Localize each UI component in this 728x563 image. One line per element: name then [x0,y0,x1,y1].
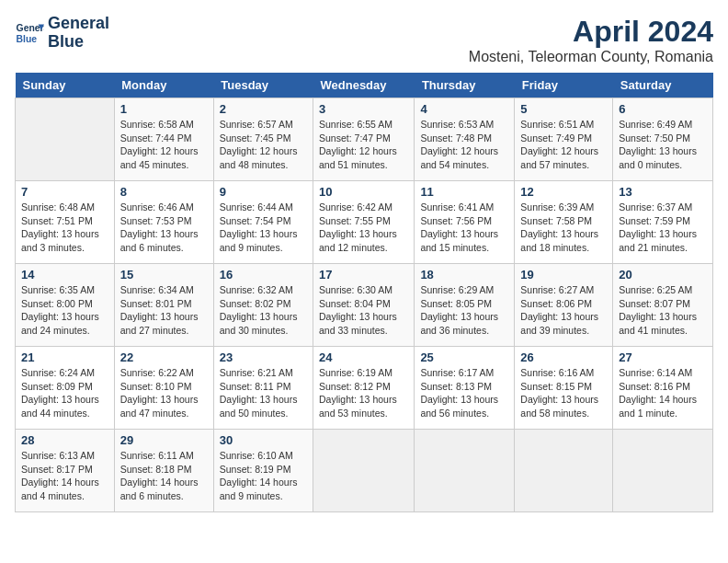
title-block: April 2024 Mosteni, Teleorman County, Ro… [469,15,713,65]
week-row-3: 14Sunrise: 6:35 AM Sunset: 8:00 PM Dayli… [16,264,713,347]
day-number: 27 [619,350,707,364]
weekday-header-saturday: Saturday [613,73,713,98]
day-number: 4 [420,102,508,116]
calendar-cell: 24Sunrise: 6:19 AM Sunset: 8:12 PM Dayli… [313,347,415,430]
day-info: Sunrise: 6:13 AM Sunset: 8:17 PM Dayligh… [21,449,108,503]
day-number: 15 [120,268,208,282]
calendar-cell: 26Sunrise: 6:16 AM Sunset: 8:15 PM Dayli… [515,347,613,430]
calendar-cell: 14Sunrise: 6:35 AM Sunset: 8:00 PM Dayli… [16,264,115,347]
calendar-cell: 20Sunrise: 6:25 AM Sunset: 8:07 PM Dayli… [613,264,713,347]
day-info: Sunrise: 6:19 AM Sunset: 8:12 PM Dayligh… [319,366,408,420]
day-info: Sunrise: 6:30 AM Sunset: 8:04 PM Dayligh… [319,283,408,338]
day-number: 11 [420,185,508,199]
calendar-cell: 16Sunrise: 6:32 AM Sunset: 8:02 PM Dayli… [213,264,313,347]
calendar-cell: 23Sunrise: 6:21 AM Sunset: 8:11 PM Dayli… [213,347,313,430]
day-number: 18 [420,268,508,282]
calendar-cell: 3Sunrise: 6:55 AM Sunset: 7:47 PM Daylig… [313,98,415,181]
day-number: 10 [319,185,408,199]
day-info: Sunrise: 6:21 AM Sunset: 8:11 PM Dayligh… [220,366,307,420]
location: Mosteni, Teleorman County, Romania [469,49,713,65]
day-info: Sunrise: 6:22 AM Sunset: 8:10 PM Dayligh… [120,366,208,420]
calendar-cell: 11Sunrise: 6:41 AM Sunset: 7:56 PM Dayli… [415,181,515,264]
calendar-cell: 22Sunrise: 6:22 AM Sunset: 8:10 PM Dayli… [114,347,213,430]
day-number: 29 [120,433,208,447]
day-info: Sunrise: 6:37 AM Sunset: 7:59 PM Dayligh… [619,201,707,255]
day-number: 1 [120,102,208,116]
calendar-cell: 19Sunrise: 6:27 AM Sunset: 8:06 PM Dayli… [515,264,613,347]
day-number: 30 [220,433,307,447]
day-number: 7 [21,185,108,199]
calendar-cell [16,98,115,181]
calendar-cell: 1Sunrise: 6:58 AM Sunset: 7:44 PM Daylig… [114,98,213,181]
calendar-cell: 7Sunrise: 6:48 AM Sunset: 7:51 PM Daylig… [16,181,115,264]
day-number: 13 [619,185,707,199]
calendar-cell: 8Sunrise: 6:46 AM Sunset: 7:53 PM Daylig… [114,181,213,264]
day-info: Sunrise: 6:32 AM Sunset: 8:02 PM Dayligh… [220,283,307,338]
day-info: Sunrise: 6:29 AM Sunset: 8:05 PM Dayligh… [420,283,508,338]
svg-text:Blue: Blue [17,33,38,43]
weekday-header-wednesday: Wednesday [313,73,415,98]
day-number: 28 [21,433,108,447]
day-info: Sunrise: 6:17 AM Sunset: 8:13 PM Dayligh… [420,366,508,420]
day-info: Sunrise: 6:16 AM Sunset: 8:15 PM Dayligh… [520,366,607,420]
weekday-header-tuesday: Tuesday [213,73,313,98]
calendar-cell [613,430,713,512]
day-info: Sunrise: 6:57 AM Sunset: 7:45 PM Dayligh… [220,118,307,172]
calendar-cell: 29Sunrise: 6:11 AM Sunset: 8:18 PM Dayli… [114,430,213,512]
day-info: Sunrise: 6:35 AM Sunset: 8:00 PM Dayligh… [21,283,108,338]
day-number: 22 [120,350,208,364]
calendar-cell: 15Sunrise: 6:34 AM Sunset: 8:01 PM Dayli… [114,264,213,347]
day-info: Sunrise: 6:34 AM Sunset: 8:01 PM Dayligh… [120,283,208,338]
calendar-cell: 21Sunrise: 6:24 AM Sunset: 8:09 PM Dayli… [16,347,115,430]
weekday-header-monday: Monday [114,73,213,98]
day-number: 6 [619,102,707,116]
day-number: 17 [319,268,408,282]
week-row-5: 28Sunrise: 6:13 AM Sunset: 8:17 PM Dayli… [16,430,713,512]
day-info: Sunrise: 6:48 AM Sunset: 7:51 PM Dayligh… [21,201,108,255]
weekday-header-thursday: Thursday [415,73,515,98]
day-number: 3 [319,102,408,116]
week-row-4: 21Sunrise: 6:24 AM Sunset: 8:09 PM Dayli… [16,347,713,430]
logo-text: General Blue [48,15,109,52]
day-info: Sunrise: 6:53 AM Sunset: 7:48 PM Dayligh… [420,118,508,172]
month-title: April 2024 [469,15,713,49]
day-number: 21 [21,350,108,364]
calendar-cell: 6Sunrise: 6:49 AM Sunset: 7:50 PM Daylig… [613,98,713,181]
day-info: Sunrise: 6:58 AM Sunset: 7:44 PM Dayligh… [120,118,208,172]
calendar-cell: 28Sunrise: 6:13 AM Sunset: 8:17 PM Dayli… [16,430,115,512]
calendar-cell: 12Sunrise: 6:39 AM Sunset: 7:58 PM Dayli… [515,181,613,264]
calendar-cell: 13Sunrise: 6:37 AM Sunset: 7:59 PM Dayli… [613,181,713,264]
day-info: Sunrise: 6:25 AM Sunset: 8:07 PM Dayligh… [619,283,707,338]
calendar-cell: 18Sunrise: 6:29 AM Sunset: 8:05 PM Dayli… [415,264,515,347]
day-info: Sunrise: 6:55 AM Sunset: 7:47 PM Dayligh… [319,118,408,172]
calendar-cell: 27Sunrise: 6:14 AM Sunset: 8:16 PM Dayli… [613,347,713,430]
calendar-cell: 17Sunrise: 6:30 AM Sunset: 8:04 PM Dayli… [313,264,415,347]
day-info: Sunrise: 6:41 AM Sunset: 7:56 PM Dayligh… [420,201,508,255]
week-row-2: 7Sunrise: 6:48 AM Sunset: 7:51 PM Daylig… [16,181,713,264]
day-number: 8 [120,185,208,199]
calendar-cell: 9Sunrise: 6:44 AM Sunset: 7:54 PM Daylig… [213,181,313,264]
day-info: Sunrise: 6:42 AM Sunset: 7:55 PM Dayligh… [319,201,408,255]
calendar-cell [515,430,613,512]
calendar-cell: 4Sunrise: 6:53 AM Sunset: 7:48 PM Daylig… [415,98,515,181]
calendar-cell: 30Sunrise: 6:10 AM Sunset: 8:19 PM Dayli… [213,430,313,512]
day-number: 9 [220,185,307,199]
day-info: Sunrise: 6:46 AM Sunset: 7:53 PM Dayligh… [120,201,208,255]
day-number: 24 [319,350,408,364]
logo-icon: General Blue [15,18,44,48]
day-info: Sunrise: 6:49 AM Sunset: 7:50 PM Dayligh… [619,118,707,172]
day-info: Sunrise: 6:24 AM Sunset: 8:09 PM Dayligh… [21,366,108,420]
weekday-header-friday: Friday [515,73,613,98]
day-number: 26 [520,350,607,364]
page-header: General Blue General Blue April 2024 Mos… [15,15,713,65]
calendar-cell: 25Sunrise: 6:17 AM Sunset: 8:13 PM Dayli… [415,347,515,430]
day-number: 20 [619,268,707,282]
day-number: 12 [520,185,607,199]
day-info: Sunrise: 6:10 AM Sunset: 8:19 PM Dayligh… [220,449,307,503]
calendar-cell: 5Sunrise: 6:51 AM Sunset: 7:49 PM Daylig… [515,98,613,181]
week-row-1: 1Sunrise: 6:58 AM Sunset: 7:44 PM Daylig… [16,98,713,181]
day-number: 16 [220,268,307,282]
day-info: Sunrise: 6:51 AM Sunset: 7:49 PM Dayligh… [520,118,607,172]
day-number: 5 [520,102,607,116]
calendar-cell [415,430,515,512]
